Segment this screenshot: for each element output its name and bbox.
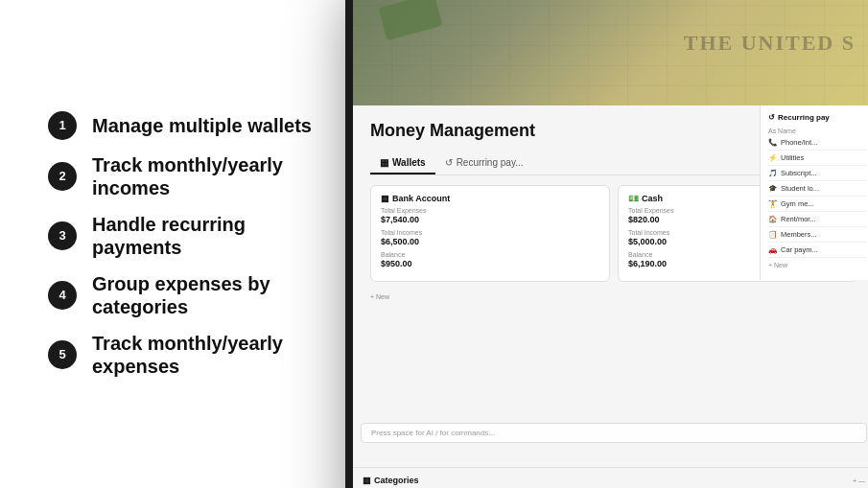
feature-text-4: Group expenses by categories (92, 272, 336, 318)
tab-wallets[interactable]: ▦ Wallets (370, 152, 435, 174)
feature-text-1: Manage multiple wallets (92, 114, 312, 137)
tablet-screen: THE UNITED S Money Management ▦ Wallets … (353, 0, 868, 488)
recurring-item-gym[interactable]: 🏋️ Gym me... (768, 197, 867, 212)
recurring-icon: ↺ (445, 157, 453, 168)
money-banner: THE UNITED S (353, 0, 868, 105)
recurring-phone-name: Phone/Int... (781, 138, 817, 147)
bank-icon: ▦ (381, 194, 389, 203)
recurring-gym-name: Gym me... (781, 199, 814, 208)
categories-header: ▦ Categories + — (363, 476, 865, 485)
bank-balance-value: $950.00 (381, 259, 599, 268)
subscription-icon: 🎵 (768, 169, 777, 177)
car-icon: 🚗 (768, 245, 777, 254)
money-banner-inner: THE UNITED S (353, 0, 868, 105)
feature-text-5: Track monthly/yearly expenses (92, 332, 336, 378)
categories-section: ▦ Categories + — As Name ↓ Spent This Mo… (353, 467, 868, 488)
new-wallet-button[interactable]: + New (370, 290, 857, 304)
tab-recurring[interactable]: ↺ Recurring pay... (435, 152, 533, 174)
recurring-item-members[interactable]: 📋 Members... (768, 227, 867, 243)
feature-item-3: 3 Handle recurring payments (48, 213, 336, 259)
press-space-bar[interactable]: Press space for AI / for commands... (361, 423, 867, 443)
recurring-subscription-name: Subscript... (781, 169, 817, 177)
recurring-item-utilities[interactable]: ⚡ Utilities (768, 151, 867, 166)
recurring-car-name: Car paym... (781, 245, 818, 254)
utilities-icon: ⚡ (768, 153, 777, 162)
gym-icon: 🏋️ (768, 199, 777, 208)
tablet-area: THE UNITED S Money Management ▦ Wallets … (364, 0, 868, 488)
members-icon: 📋 (768, 230, 777, 239)
wallet-cash-name: Cash (642, 194, 663, 203)
feature-list: 1 Manage multiple wallets 2 Track monthl… (0, 54, 364, 435)
united-states-text: THE UNITED S (684, 31, 856, 56)
feature-number-1: 1 (48, 111, 77, 140)
rent-icon: 🏠 (768, 215, 777, 223)
bank-incomes-label: Total Incomes (381, 229, 599, 236)
recurring-item-car[interactable]: 🚗 Car paym... (768, 243, 867, 258)
tab-recurring-label: Recurring pay... (457, 157, 524, 168)
feature-number-2: 2 (48, 162, 77, 191)
recurring-item-subscription[interactable]: 🎵 Subscript... (768, 166, 867, 181)
phone-icon: 📞 (768, 138, 777, 147)
wallet-card-bank[interactable]: ▦ Bank Account Total Expenses $7,540.00 … (370, 185, 610, 282)
recurring-item-student[interactable]: 🎓 Student lo... (768, 181, 867, 197)
feature-number-4: 4 (48, 281, 77, 310)
feature-text-2: Track monthly/yearly incomes (92, 153, 336, 199)
tab-wallets-label: Wallets (392, 157, 426, 168)
wallet-bank-name: Bank Account (392, 194, 450, 203)
tablet-device: THE UNITED S Money Management ▦ Wallets … (345, 0, 868, 488)
recurring-col-header: As Name (768, 128, 867, 134)
cash-icon: 💵 (628, 194, 639, 203)
bank-expenses-label: Total Expenses (381, 207, 599, 214)
categories-label: Categories (374, 476, 419, 485)
bank-balance-label: Balance (381, 251, 599, 258)
student-icon: 🎓 (768, 184, 777, 193)
feature-item-4: 4 Group expenses by categories (48, 272, 336, 318)
categories-icon: ▦ (363, 476, 371, 485)
recurring-members-name: Members... (781, 230, 817, 239)
recurring-item-phone[interactable]: 📞 Phone/Int... (768, 135, 867, 151)
feature-item-5: 5 Track monthly/yearly expenses (48, 332, 336, 378)
recurring-panel-label: Recurring pay (778, 113, 830, 122)
bank-incomes-value: $6,500.00 (381, 237, 599, 246)
feature-item-2: 2 Track monthly/yearly incomes (48, 153, 336, 199)
recurring-rent-name: Rent/mor... (781, 215, 816, 223)
categories-actions: + — (853, 477, 865, 484)
recurring-item-rent[interactable]: 🏠 Rent/mor... (768, 212, 867, 227)
categories-title: ▦ Categories (363, 476, 419, 485)
recurring-new-button[interactable]: + New (768, 258, 867, 272)
recurring-panel-icon: ↺ (768, 113, 775, 122)
recurring-student-name: Student lo... (781, 184, 819, 193)
recurring-title: ↺ Recurring pay (768, 113, 867, 122)
bank-expenses-value: $7,540.00 (381, 215, 599, 224)
feature-item-1: 1 Manage multiple wallets (48, 111, 336, 140)
wallets-icon: ▦ (380, 157, 388, 168)
feature-number-5: 5 (48, 340, 77, 369)
dollar-bill-icon (378, 0, 442, 40)
recurring-utilities-name: Utilities (781, 153, 804, 162)
wallet-bank-title: ▦ Bank Account (381, 194, 599, 203)
feature-text-3: Handle recurring payments (92, 213, 336, 259)
recurring-panel: ↺ Recurring pay As Name 📞 Phone/Int... ⚡… (760, 105, 868, 280)
feature-number-3: 3 (48, 221, 77, 250)
